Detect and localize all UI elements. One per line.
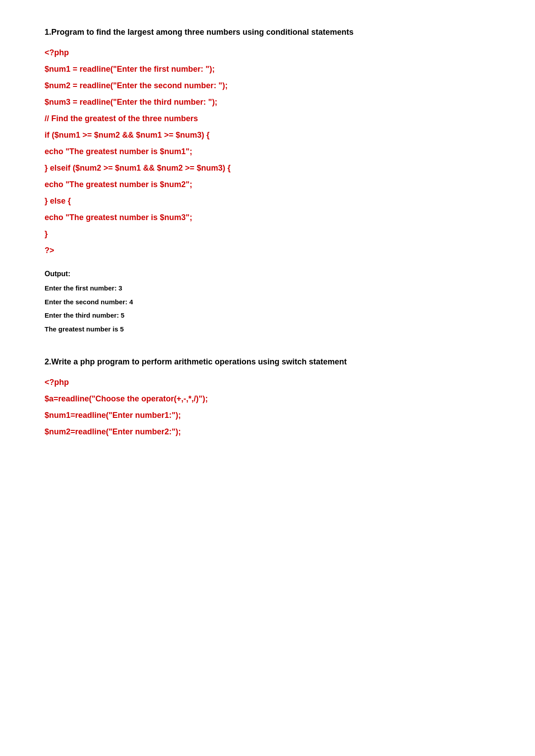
code-line-9: echo "The greatest number is $num2"; <box>45 179 490 191</box>
section2-code-line-4: $num2=readline("Enter number2:"); <box>45 426 490 438</box>
code-line-10: } else { <box>45 195 490 207</box>
code-line-1: <?php <box>45 47 490 59</box>
section1-heading: 1.Program to find the largest among thre… <box>45 27 490 38</box>
output-heading: Output: <box>45 270 490 278</box>
code-line-12: } <box>45 228 490 240</box>
section2-code-block: <?php $a=readline("Choose the operator(+… <box>45 376 490 438</box>
section2: 2.Write a php program to perform arithme… <box>45 356 490 438</box>
output-line-4: The greatest number is 5 <box>45 324 490 335</box>
code-line-3: $num2 = readline("Enter the second numbe… <box>45 80 490 92</box>
code-line-2: $num1 = readline("Enter the first number… <box>45 63 490 75</box>
section2-heading: 2.Write a php program to perform arithme… <box>45 356 490 368</box>
section1-code-block: <?php $num1 = readline("Enter the first … <box>45 47 490 257</box>
section1-output: Output: Enter the first number: 3 Enter … <box>45 270 490 334</box>
code-line-7: echo "The greatest number is $num1"; <box>45 146 490 158</box>
code-line-6: if ($num1 >= $num2 && $num1 >= $num3) { <box>45 129 490 141</box>
output-line-3: Enter the third number: 5 <box>45 311 490 321</box>
code-line-8: } elseif ($num2 >= $num1 && $num2 >= $nu… <box>45 162 490 174</box>
code-line-5: // Find the greatest of the three number… <box>45 113 490 125</box>
output-line-2: Enter the second number: 4 <box>45 297 490 307</box>
code-line-13: ?> <box>45 245 490 257</box>
output-line-1: Enter the first number: 3 <box>45 283 490 294</box>
code-line-4: $num3 = readline("Enter the third number… <box>45 96 490 108</box>
section2-code-line-2: $a=readline("Choose the operator(+,-,*,/… <box>45 393 490 405</box>
section2-code-line-3: $num1=readline("Enter number1:"); <box>45 409 490 421</box>
section2-code-line-1: <?php <box>45 376 490 388</box>
code-line-11: echo "The greatest number is $num3"; <box>45 212 490 224</box>
